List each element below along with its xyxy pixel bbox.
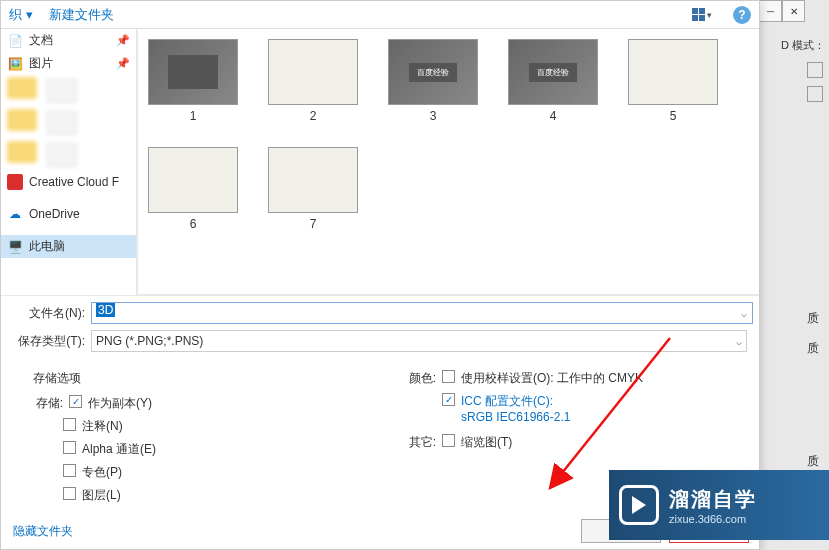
opt-icc[interactable]: ICC 配置文件(C):sRGB IEC61966-2.1 [461, 393, 570, 424]
checkbox-icc[interactable]: ✓ [442, 393, 455, 406]
thumb-label: 4 [550, 109, 557, 123]
checkbox-layers[interactable] [63, 487, 76, 500]
opt-proof: 使用校样设置(O): 工作中的 CMYK [461, 370, 643, 387]
chevron-down-icon: ⌵ [736, 336, 742, 347]
pin-icon: 📌 [116, 34, 130, 47]
thumb-label: 1 [190, 109, 197, 123]
file-thumbnail[interactable]: 百度经验3 [388, 39, 478, 123]
file-thumbnail[interactable]: 5 [628, 39, 718, 123]
cloud-app-icon [7, 174, 23, 190]
sidebar-item-label: Creative Cloud F [29, 175, 119, 189]
sidebar-item-label: 此电脑 [29, 238, 65, 255]
filetype-dropdown[interactable]: PNG (*.PNG;*.PNS) ⌵ [91, 330, 747, 352]
sidebar-item-label: OneDrive [29, 207, 80, 221]
save-options-title: 存储选项 [33, 370, 360, 387]
view-mode-button[interactable]: ▾ [687, 5, 717, 24]
checkbox-thumbnail[interactable] [442, 434, 455, 447]
sidebar-item-creative-cloud[interactable]: Creative Cloud F [1, 171, 136, 193]
color-label: 颜色: [400, 370, 436, 387]
folder-tree: 📄 文档 📌 🖼️ 图片 📌 Creative Cloud F ☁ OneDri… [1, 29, 137, 295]
app-tool-icon[interactable] [807, 86, 823, 102]
app-window-controls: ─ ✕ [759, 0, 829, 30]
sidebar-item-label: 图片 [29, 55, 53, 72]
checkbox-proof[interactable] [442, 370, 455, 383]
background-app: ─ ✕ D 模式： 质 质 质 [759, 0, 829, 550]
bg-side-label: 质 [807, 310, 819, 327]
filetype-value: PNG (*.PNG;*.PNS) [96, 334, 203, 348]
thumb-label: 7 [310, 217, 317, 231]
checkbox-spot[interactable] [63, 464, 76, 477]
opt-as-copy: 作为副本(Y) [88, 395, 152, 412]
sidebar-item-pictures[interactable]: 🖼️ 图片 📌 [1, 52, 136, 75]
checkbox-alpha[interactable] [63, 441, 76, 454]
close-button[interactable]: ✕ [782, 0, 805, 22]
checkbox-notes[interactable] [63, 418, 76, 431]
sidebar-item-this-pc[interactable]: 🖥️ 此电脑 [1, 235, 136, 258]
watermark-name: 溜溜自学 [669, 486, 757, 513]
checkbox-as-copy[interactable]: ✓ [69, 395, 82, 408]
bg-side-label: 质 [807, 340, 819, 357]
watermark-logo: 溜溜自学 zixue.3d66.com [609, 470, 829, 540]
store-label: 存储: [33, 395, 63, 412]
opt-layers: 图层(L) [82, 487, 121, 504]
mode-label: D 模式： [781, 38, 825, 53]
onedrive-icon: ☁ [7, 206, 23, 222]
filename-label: 文件名(N): [13, 305, 85, 322]
minimize-button[interactable]: ─ [759, 0, 782, 22]
help-button[interactable]: ? [733, 6, 751, 24]
file-thumbnail[interactable]: 1 [148, 39, 238, 123]
save-dialog: 织 ▾ 新建文件夹 ▾ ? 📄 文档 📌 🖼️ 图片 📌 [0, 0, 760, 550]
opt-spot: 专色(P) [82, 464, 122, 481]
pc-icon: 🖥️ [7, 239, 23, 255]
thumb-label: 3 [430, 109, 437, 123]
sidebar-item-blurred[interactable] [1, 75, 136, 107]
organize-button[interactable]: 织 ▾ [9, 6, 33, 24]
file-thumbnail[interactable]: 2 [268, 39, 358, 123]
sidebar-item-blurred[interactable] [1, 139, 136, 171]
file-thumbnail[interactable]: 6 [148, 147, 238, 231]
thumb-label: 2 [310, 109, 317, 123]
opt-notes: 注释(N) [82, 418, 123, 435]
thumb-label: 5 [670, 109, 677, 123]
sidebar-item-blurred[interactable] [1, 107, 136, 139]
filename-input[interactable]: 3D [91, 302, 753, 324]
hide-folders-link[interactable]: 隐藏文件夹 [13, 523, 73, 540]
doc-icon: 📄 [7, 33, 23, 49]
pin-icon: 📌 [116, 57, 130, 70]
new-folder-button[interactable]: 新建文件夹 [49, 6, 114, 24]
watermark-url: zixue.3d66.com [669, 513, 757, 525]
play-icon [619, 485, 659, 525]
app-tool-icon[interactable] [807, 62, 823, 78]
thumb-label: 6 [190, 217, 197, 231]
file-thumbnail[interactable]: 7 [268, 147, 358, 231]
image-icon: 🖼️ [7, 56, 23, 72]
file-thumbnail[interactable]: 百度经验4 [508, 39, 598, 123]
sidebar-item-onedrive[interactable]: ☁ OneDrive [1, 203, 136, 225]
opt-alpha: Alpha 通道(E) [82, 441, 156, 458]
sidebar-item-label: 文档 [29, 32, 53, 49]
sidebar-item-documents[interactable]: 📄 文档 📌 [1, 29, 136, 52]
filetype-label: 保存类型(T): [13, 333, 85, 350]
opt-thumbnail: 缩览图(T) [461, 434, 512, 451]
other-label: 其它: [400, 434, 436, 451]
bg-side-label: 质 [807, 453, 819, 470]
chevron-down-icon[interactable]: ⌵ [741, 308, 747, 319]
filename-form: 文件名(N): 3D ⌵ 保存类型(T): PNG (*.PNG;*.PNS) … [1, 295, 759, 362]
file-list[interactable]: 1 2 百度经验3 百度经验4 5 6 7 [137, 29, 759, 295]
dialog-toolbar: 织 ▾ 新建文件夹 ▾ ? [1, 1, 759, 29]
